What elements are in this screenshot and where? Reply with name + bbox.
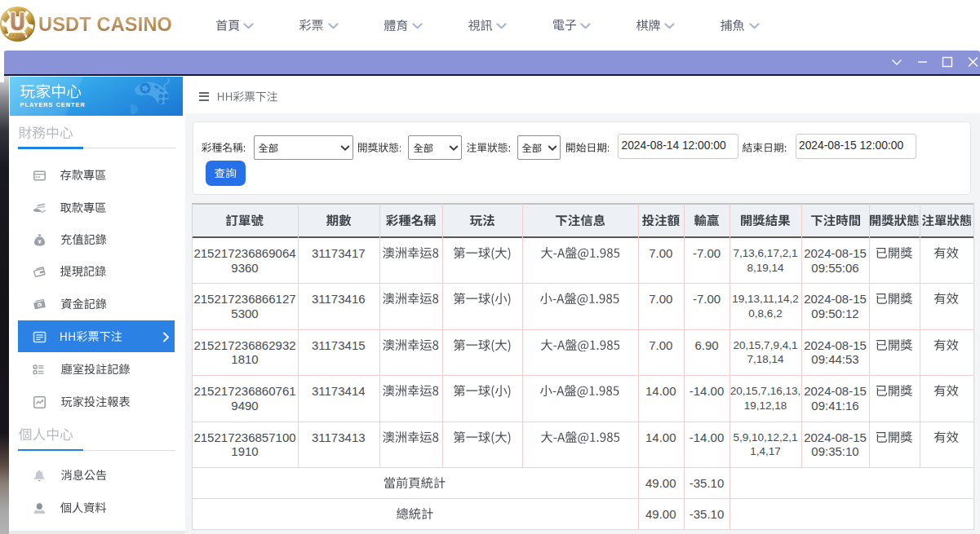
svg-text:CASINO: CASINO <box>9 33 26 38</box>
